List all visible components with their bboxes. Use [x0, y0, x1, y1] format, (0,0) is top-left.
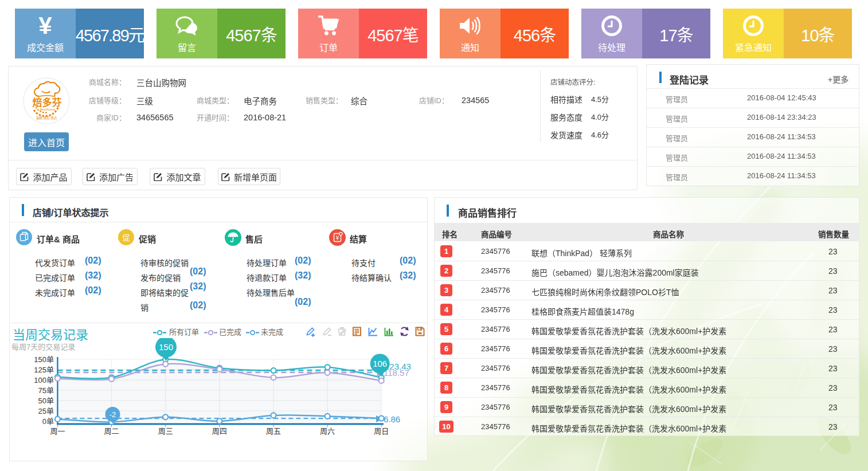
- svg-text:25单: 25单: [38, 407, 54, 415]
- svg-text:106: 106: [373, 359, 387, 368]
- svg-text:150单: 150单: [34, 355, 54, 364]
- svg-text:150: 150: [159, 342, 173, 352]
- svg-text:6.86: 6.86: [384, 414, 400, 424]
- svg-text:75单: 75单: [38, 386, 54, 395]
- svg-text:周六: 周六: [320, 427, 335, 435]
- svg-text:周二: 周二: [104, 427, 119, 435]
- svg-text:促: 促: [122, 233, 130, 242]
- svg-text:蛋糕·烘焙·西点: 蛋糕·烘焙·西点: [36, 116, 57, 120]
- svg-text:100单: 100单: [34, 376, 54, 384]
- svg-text:125单: 125单: [34, 366, 54, 374]
- svg-text:周四: 周四: [212, 427, 227, 435]
- svg-text:Beethoven: Beethoven: [40, 107, 55, 111]
- svg-text:0单: 0单: [42, 417, 54, 426]
- svg-text:¥: ¥: [335, 235, 339, 241]
- svg-text:周五: 周五: [266, 427, 281, 435]
- svg-text:50单: 50单: [38, 397, 54, 405]
- svg-text:周三: 周三: [158, 427, 173, 435]
- svg-text:-2: -2: [110, 410, 116, 419]
- svg-text:周一: 周一: [50, 427, 65, 435]
- svg-text:周日: 周日: [374, 427, 389, 435]
